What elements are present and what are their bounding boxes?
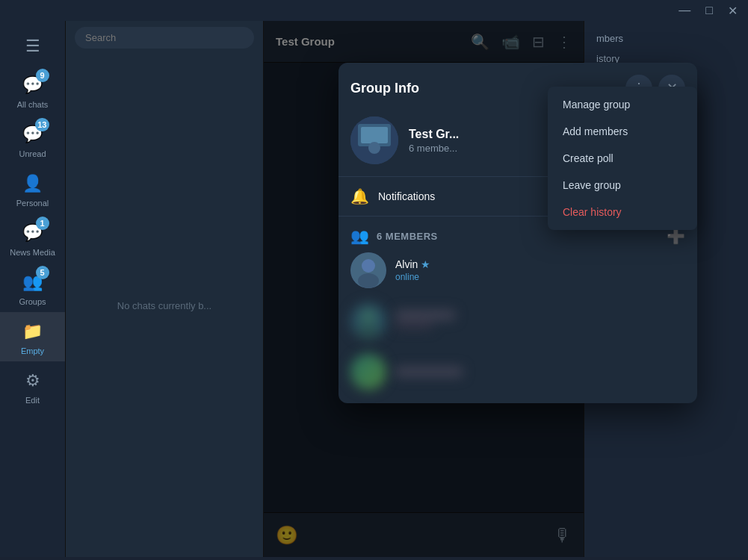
svg-point-3 [368,142,380,154]
group-details: Test Gr... 6 membe... [409,128,459,154]
group-name: Test Gr... [409,128,459,141]
all-chats-icon: 💬 9 [19,72,46,99]
notifications-bell-icon: 🔔 [350,187,369,205]
chat-list-content: No chats currently b... [66,55,263,557]
sidebar: ☰ 💬 9 All chats 💬 13 Unread 👤 Personal [0,21,66,557]
edit-icon: ⚙ [19,367,46,394]
sidebar-item-empty[interactable]: 📁 Empty [0,312,65,361]
star-icon: ★ [421,258,430,270]
group-avatar [350,116,398,164]
blurred-avatar-1-image [350,303,386,339]
notif-left: 🔔 Notifications [350,187,435,205]
edit-label: Edit [25,396,40,405]
member-row-blurred-1[interactable] [350,296,685,346]
empty-icon: 📁 [19,318,46,345]
context-clear-history[interactable]: Clear history [548,199,697,225]
groups-label: Groups [19,297,46,306]
member-avatar-blurred-2 [350,354,386,390]
alvin-avatar-image [350,252,386,288]
all-chats-label: All chats [17,100,49,109]
members-section: 👥 6 MEMBERS ➕ [339,217,697,403]
sidebar-item-news-media[interactable]: 💬 1 News Media [0,214,65,263]
main-area: Test Group 🔍 📹 ⊟ ⋮ Group Info ⋮ ✕ [264,21,584,557]
member-row-blurred-2[interactable] [350,346,685,397]
members-icon: 👥 [350,227,369,245]
news-media-badge: 1 [36,217,49,230]
svg-point-9 [358,324,379,339]
maximize-button[interactable]: □ [701,2,717,19]
search-input[interactable] [75,27,254,49]
news-media-icon: 💬 1 [19,220,46,246]
context-menu: Manage group Add members Create poll Lea… [548,87,697,230]
news-media-label: News Media [10,248,55,257]
empty-label: Empty [21,346,44,355]
context-leave-group[interactable]: Leave group [548,172,697,199]
personal-label: Personal [16,199,49,208]
notifications-label: Notifications [378,190,435,202]
member-avatar-blurred-1 [350,303,386,339]
svg-point-6 [358,273,379,288]
sidebar-item-edit[interactable]: ⚙ Edit [0,361,65,411]
unread-label: Unread [19,149,46,158]
search-bar [66,21,263,55]
member-info-alvin: Alvin ★ online [395,258,430,282]
unread-icon: 💬 13 [19,121,46,148]
members-left: 👥 6 MEMBERS [350,227,438,245]
context-create-poll[interactable]: Create poll [548,145,697,172]
member-row-alvin[interactable]: Alvin ★ online [350,245,685,296]
chat-list-pane: No chats currently b... [66,21,264,557]
sidebar-item-menu[interactable]: ☰ [0,27,65,66]
modal-title: Group Info [350,81,419,96]
sidebar-item-groups[interactable]: 👥 5 Groups [0,263,65,312]
app-body: ☰ 💬 9 All chats 💬 13 Unread 👤 Personal [0,21,748,557]
member-info-blurred-2 [395,367,463,376]
close-button[interactable]: ✕ [723,2,742,19]
member-name-blurred-2 [395,367,463,376]
group-members-count: 6 membe... [409,143,459,154]
member-status-blurred-1 [395,321,455,332]
groups-badge: 5 [36,266,49,279]
sidebar-item-all-chats[interactable]: 💬 9 All chats [0,66,65,115]
svg-rect-2 [361,127,388,143]
context-manage-group[interactable]: Manage group [548,91,697,118]
context-add-members[interactable]: Add members [548,118,697,145]
window-titlebar: — □ ✕ [0,0,748,21]
member-status-alvin: online [395,272,430,282]
sidebar-item-personal[interactable]: 👤 Personal [0,164,65,214]
all-chats-badge: 9 [36,69,49,82]
svg-point-8 [362,310,375,323]
sidebar-item-unread[interactable]: 💬 13 Unread [0,115,65,164]
member-name-blurred-1 [395,311,455,320]
group-avatar-image [350,116,398,164]
personal-icon: 👤 [19,170,46,197]
no-chats-text: No chats currently b... [117,300,211,311]
member-info-blurred-1 [395,311,455,332]
right-panel-members[interactable]: mbers [596,33,736,44]
minimize-button[interactable]: — [674,2,695,19]
svg-point-5 [362,259,375,273]
unread-badge: 13 [35,118,49,131]
members-title: 6 MEMBERS [377,231,438,242]
menu-icon: ☰ [19,33,46,60]
member-avatar-alvin [350,252,386,288]
groups-icon: 👥 5 [19,269,46,296]
member-name-alvin: Alvin ★ [395,258,430,270]
